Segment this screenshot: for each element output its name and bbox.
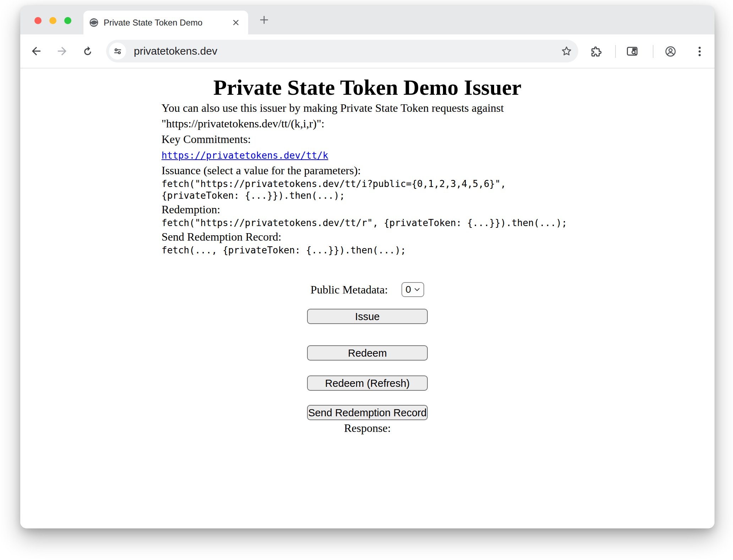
toolbar-divider — [653, 45, 653, 58]
redemption-code: fetch("https://privatetokens.dev/tt/r", … — [162, 217, 573, 229]
tab-strip: Private State Token Demo — [20, 6, 715, 34]
side-panel-search-icon[interactable] — [626, 45, 639, 58]
new-tab-button[interactable] — [256, 12, 272, 28]
issuance-section: Issuance (select a value for the paramet… — [162, 163, 573, 202]
tab-title: Private State Token Demo — [104, 18, 229, 28]
menu-dots-icon[interactable] — [693, 45, 706, 58]
url-text[interactable]: privatetokens.dev — [134, 45, 560, 57]
browser-window: Private State Token Demo — [20, 6, 715, 528]
traffic-lights — [34, 17, 71, 24]
redeem-button[interactable]: Redeem — [307, 345, 428, 361]
issuance-label: Issuance (select a value for the paramet… — [162, 164, 361, 177]
bookmark-star-icon[interactable] — [560, 44, 573, 58]
redemption-label: Redemption: — [162, 203, 220, 216]
send-redemption-record-section: Send Redemption Record: fetch(..., {priv… — [162, 229, 573, 256]
response-label: Response: — [162, 420, 573, 436]
chevron-down-icon — [414, 288, 420, 291]
intro-paragraph: You can also use this issuer by making P… — [162, 100, 573, 131]
public-metadata-value: 0 — [406, 282, 411, 297]
forward-icon[interactable] — [56, 45, 69, 57]
issuance-code-line2: {privateToken: {...}}).then(...); — [162, 190, 573, 202]
send-redemption-record-label: Send Redemption Record: — [162, 230, 281, 243]
page-content: Private State Token Demo Issuer You can … — [20, 68, 715, 528]
browser-toolbar: privatetokens.dev — [20, 34, 715, 68]
browser-tab[interactable]: Private State Token Demo — [83, 11, 248, 34]
send-redemption-record-code: fetch(..., {privateToken: {...}}).then(.… — [162, 245, 573, 256]
extensions-icon[interactable] — [590, 45, 602, 58]
key-commitments-label: Key Commitments: — [162, 133, 251, 146]
maximize-window-button[interactable] — [64, 17, 71, 24]
reload-icon[interactable] — [81, 45, 94, 57]
public-metadata-label: Public Metadata: — [311, 282, 388, 297]
redemption-section: Redemption: fetch("https://privatetokens… — [162, 202, 573, 229]
issue-button[interactable]: Issue — [307, 309, 428, 324]
key-commitments-link[interactable]: https://privatetokens.dev/tt/k — [162, 150, 328, 161]
profile-icon[interactable] — [664, 45, 677, 58]
page-title: Private State Token Demo Issuer — [20, 75, 715, 100]
key-commitments-section: Key Commitments: https://privatetokens.d… — [162, 131, 573, 163]
public-metadata-row: Public Metadata: 0 — [162, 282, 573, 297]
issuance-code-line1: fetch("https://privatetokens.dev/tt/i?pu… — [162, 178, 573, 190]
back-icon[interactable] — [30, 45, 43, 57]
minimize-window-button[interactable] — [49, 17, 56, 24]
address-bar[interactable]: privatetokens.dev — [106, 40, 578, 62]
close-window-button[interactable] — [34, 17, 42, 24]
toolbar-divider — [615, 45, 616, 58]
redeem-refresh-button[interactable]: Redeem (Refresh) — [307, 375, 428, 391]
site-settings-icon[interactable] — [109, 43, 126, 60]
send-redemption-record-button[interactable]: Send Redemption Record — [307, 405, 428, 420]
tab-favicon-icon — [89, 18, 99, 27]
public-metadata-select[interactable]: 0 — [401, 282, 425, 297]
tab-close-icon[interactable] — [229, 16, 242, 29]
